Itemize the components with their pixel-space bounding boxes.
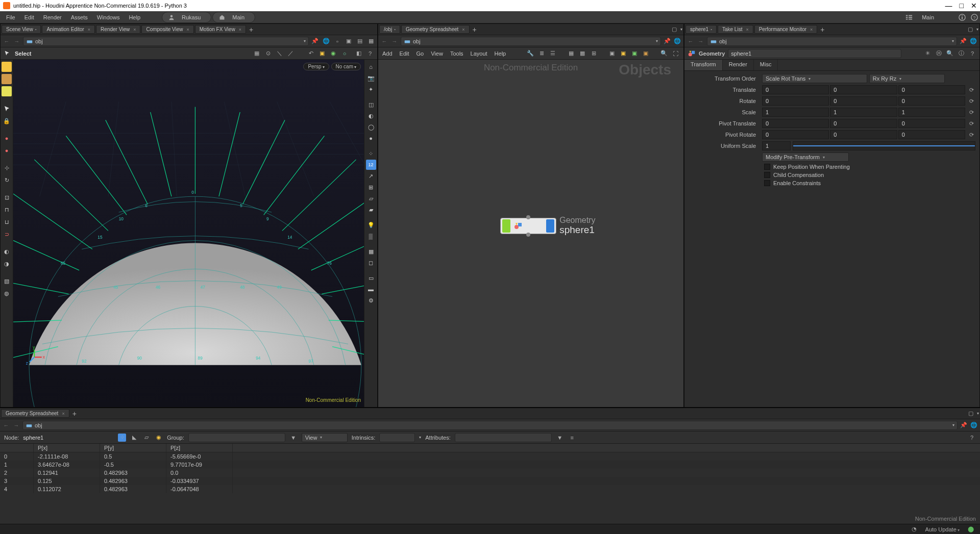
pivot-tx-field[interactable]: 0: [762, 119, 829, 128]
nav-back-icon[interactable]: ←: [3, 37, 11, 45]
pin-icon[interactable]: 📌: [663, 37, 671, 45]
link-attr-icon[interactable]: ≡: [568, 434, 576, 442]
net-menu-go[interactable]: Go: [416, 50, 424, 57]
rotate-z-field[interactable]: 0: [898, 96, 965, 106]
sel-mode-lasso-icon[interactable]: ⊙: [264, 49, 272, 58]
disp-point-icon[interactable]: ⁘: [366, 148, 376, 159]
filter-attr-icon[interactable]: ▼: [556, 434, 564, 442]
network-canvas[interactable]: Non-Commercial Edition Objects Geometry …: [378, 60, 683, 407]
desktop-name-label[interactable]: Main: [918, 13, 938, 21]
disp-opt2-icon[interactable]: ▬: [366, 284, 376, 294]
disp-opt1-icon[interactable]: ▭: [366, 273, 376, 283]
tool-misc1-icon[interactable]: ◐: [2, 246, 12, 257]
close-icon[interactable]: ×: [239, 27, 241, 32]
close-icon[interactable]: ×: [810, 27, 813, 32]
globe-icon[interactable]: 🌐: [322, 37, 330, 45]
translate-x-field[interactable]: 0: [762, 85, 829, 94]
param-name-input[interactable]: [731, 50, 898, 57]
pivot-ty-field[interactable]: 0: [830, 119, 897, 128]
tool-snap2-icon[interactable]: ⊔: [2, 217, 12, 227]
disp-home-icon[interactable]: ⌂: [366, 62, 376, 72]
tool-rot-icon[interactable]: ↻: [2, 175, 12, 185]
enable-constraints-checkbox[interactable]: [764, 180, 770, 186]
net-tool-expand-icon[interactable]: ⛶: [671, 49, 679, 58]
child-compensation-checkbox[interactable]: [764, 172, 770, 178]
group-field[interactable]: [188, 433, 285, 442]
pivot-tz-field[interactable]: 0: [898, 119, 965, 128]
pin-icon[interactable]: 📌: [311, 37, 319, 45]
net-tool-tree-icon[interactable]: ☰: [549, 49, 557, 58]
disp-wire-icon[interactable]: ◯: [366, 122, 376, 132]
reset-icon[interactable]: ⟳: [967, 97, 975, 105]
uniform-scale-field[interactable]: 1: [762, 141, 791, 150]
nav-back-icon[interactable]: ←: [2, 421, 10, 429]
menu-help[interactable]: Help: [125, 13, 144, 21]
sel-mode-laser-icon[interactable]: ／: [286, 49, 295, 58]
select-tool-icon[interactable]: [2, 74, 12, 84]
nav-forward-icon[interactable]: →: [12, 421, 20, 429]
filter-group-icon[interactable]: ▼: [289, 434, 298, 442]
reset-icon[interactable]: ⟳: [967, 131, 975, 139]
disp-settings-icon[interactable]: ⚙: [366, 295, 376, 306]
close-icon[interactable]: ×: [187, 27, 189, 32]
pivot-rz-field[interactable]: 0: [898, 130, 965, 139]
table-row[interactable]: 20.129410.4829630.0: [0, 469, 980, 477]
tool-xform-icon[interactable]: ⊹: [2, 163, 12, 173]
net-tool-list-icon[interactable]: ≣: [537, 49, 546, 58]
verts-mode-icon[interactable]: ◣: [130, 434, 138, 442]
col-pz[interactable]: P[z]: [166, 444, 233, 452]
view-dropdown[interactable]: View: [302, 433, 348, 442]
pane-max-icon[interactable]: ▢: [670, 26, 678, 34]
nav-forward-icon[interactable]: →: [697, 37, 705, 45]
globe-icon[interactable]: 🌐: [969, 37, 977, 45]
pivot-rx-field[interactable]: 0: [762, 130, 829, 139]
disp-bbox-icon[interactable]: ◻: [366, 258, 376, 268]
table-row[interactable]: 0-2.1111e-080.5-5.65669e-0: [0, 452, 980, 461]
net-tool-d-icon[interactable]: ▣: [642, 49, 650, 58]
node-body[interactable]: [500, 218, 556, 234]
net-tool-b-icon[interactable]: ▣: [619, 49, 627, 58]
tool-construction-icon[interactable]: ▧: [2, 276, 12, 286]
pane-max-icon[interactable]: ▢: [967, 410, 975, 418]
close-icon[interactable]: ×: [88, 27, 90, 32]
translate-y-field[interactable]: 0: [830, 85, 897, 94]
view-tool-icon[interactable]: [2, 62, 12, 72]
add-tab-button[interactable]: +: [471, 26, 479, 34]
info-icon[interactable]: ⓘ: [957, 49, 965, 58]
net-tool-search-icon[interactable]: 🔍: [660, 49, 668, 58]
tab-obj[interactable]: /obj•: [379, 25, 400, 34]
sel-contain-icon[interactable]: ○: [340, 49, 349, 58]
menu-file[interactable]: File: [2, 13, 19, 21]
disp-face-icon[interactable]: ▰: [366, 205, 376, 215]
tool-misc2-icon[interactable]: ◑: [2, 259, 12, 269]
rotation-order-dropdown[interactable]: Rx Ry Rz: [869, 74, 945, 83]
viewport[interactable]: 🔒 ● ● ⊹ ↻ ⊡ ⊓ ⊔ ⊃ ◐ ◑ ▧ ◍: [1, 60, 377, 407]
tab-motion-fx[interactable]: Motion FX View×: [195, 25, 246, 34]
disp-cam-icon[interactable]: 📷: [366, 73, 376, 83]
net-menu-edit[interactable]: Edit: [400, 50, 409, 57]
sel-vis-icon[interactable]: ◉: [329, 49, 337, 58]
sel-mode-box-icon[interactable]: ▦: [253, 49, 261, 58]
auto-update-dropdown[interactable]: Auto Update: [925, 526, 960, 532]
nav-forward-icon[interactable]: →: [13, 37, 21, 45]
tool-shelf-icon[interactable]: ◍: [2, 288, 12, 298]
tab-scene-view[interactable]: Scene View•: [2, 25, 41, 34]
subtab-render[interactable]: Render: [723, 60, 754, 70]
table-row[interactable]: 30.1250.482963-0.0334937: [0, 477, 980, 485]
disp-edge-icon[interactable]: ▱: [366, 193, 376, 204]
reset-icon[interactable]: ⟳: [967, 108, 975, 116]
menu-edit[interactable]: Edit: [20, 13, 38, 21]
disp-uv-icon[interactable]: ⊞: [366, 182, 376, 192]
net-tool-wrench-icon[interactable]: 🔧: [526, 49, 534, 58]
tool-group-icon[interactable]: ⊡: [2, 192, 12, 202]
table-row[interactable]: 13.64627e-08-0.59.77017e-09: [0, 461, 980, 469]
param-path-field[interactable]: obj ▾: [707, 37, 957, 46]
network-path-field[interactable]: obj ▾: [401, 37, 661, 46]
disp-shade-icon[interactable]: ●: [366, 133, 376, 143]
net-tool-grid1-icon[interactable]: ▦: [567, 49, 575, 58]
net-tool-c-icon[interactable]: ▣: [630, 49, 639, 58]
table-row[interactable]: 40.1120720.482963-0.0647048: [0, 485, 980, 493]
help-icon[interactable]: ?: [968, 49, 976, 58]
net-menu-layout[interactable]: Layout: [471, 50, 487, 57]
node-output-dot[interactable]: [526, 233, 530, 237]
